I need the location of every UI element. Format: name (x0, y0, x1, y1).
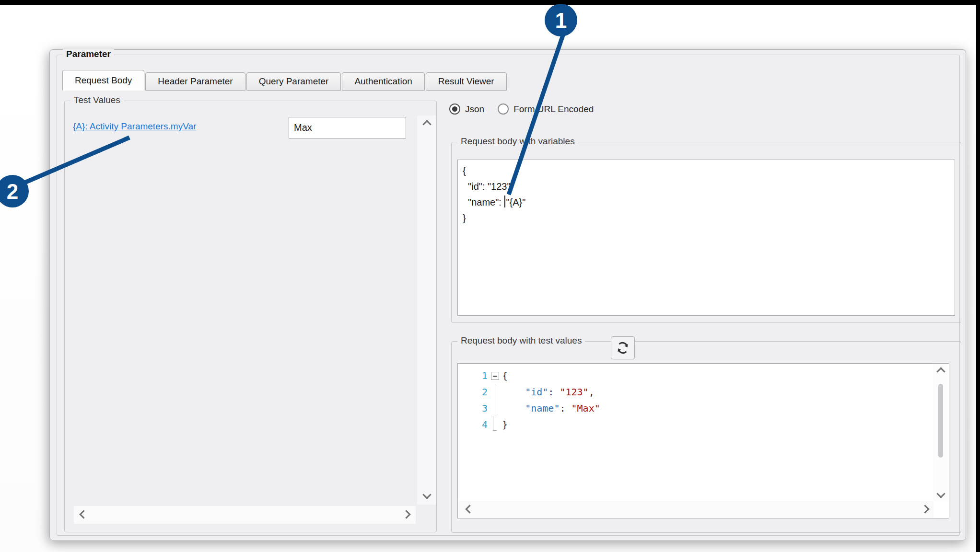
refresh-icon (615, 340, 630, 356)
code-indent (502, 402, 525, 414)
code-vertical-scrollbar[interactable] (933, 364, 949, 502)
request-body-variables-groupbox: Request body with variables { "id": "123… (451, 142, 961, 323)
test-values-groupbox: Test Values {A}: Activity Parameters.myV… (64, 101, 437, 532)
code-token: : (560, 402, 571, 414)
chevron-left-icon (79, 510, 88, 518)
callout-2-circle (0, 175, 29, 207)
code-line-2: 2 "id": "123", (458, 384, 933, 400)
code-scroll-right-button[interactable] (919, 506, 931, 512)
code-scroll-up-button[interactable] (933, 368, 949, 375)
chevron-left-icon (465, 505, 474, 513)
chevron-up-icon (422, 120, 431, 128)
code-token-value: "Max" (572, 402, 600, 414)
editor-line-text: "{A}" (506, 197, 525, 207)
code-horizontal-scrollbar[interactable] (458, 501, 933, 518)
tab-query-parameter[interactable]: Query Parameter (246, 72, 341, 91)
code-token: , (589, 386, 595, 398)
activity-parameter-variable-link[interactable]: {A}: Activity Parameters.myVar (73, 121, 196, 132)
callout-1-circle (545, 4, 577, 36)
test-values-label: Test Values (70, 95, 124, 105)
line-number: 4 (458, 419, 488, 430)
test-values-vertical-scrollbar[interactable] (417, 115, 436, 505)
scroll-right-button[interactable] (400, 511, 412, 518)
tab-request-body[interactable]: Request Body (62, 70, 144, 91)
form-url-encoded-radio-label[interactable]: Form URL Encoded (513, 104, 594, 115)
code-vertical-scroll-thumb[interactable] (938, 384, 943, 458)
chevron-right-icon (402, 510, 410, 518)
tab-result-viewer[interactable]: Result Viewer (426, 72, 507, 91)
request-body-test-values-label: Request body with test values (457, 335, 585, 346)
chevron-down-icon (422, 490, 431, 499)
editor-line: "name": "{A}" (463, 195, 950, 210)
line-number: 2 (458, 386, 488, 398)
body-format-radio-group: Json Form URL Encoded (449, 104, 602, 115)
fold-rail-end (493, 416, 497, 431)
line-number: 3 (458, 402, 488, 414)
parameter-tabstrip: Request Body Header Parameter Query Para… (62, 70, 507, 91)
code-indent (502, 386, 525, 398)
request-body-variables-label: Request body with variables (457, 136, 578, 147)
code-fold-collapse-icon[interactable] (491, 372, 499, 380)
chevron-right-icon (921, 505, 929, 513)
json-radio-label[interactable]: Json (465, 104, 484, 115)
parameter-groupbox-label: Parameter (63, 49, 114, 59)
form-url-encoded-radio-button[interactable] (498, 104, 509, 115)
scroll-left-button[interactable] (78, 511, 89, 518)
chevron-down-icon (936, 489, 945, 498)
test-values-horizontal-scrollbar[interactable] (74, 506, 416, 524)
callout-1-number: 1 (555, 9, 567, 32)
test-values-code-viewer[interactable]: 1 { 2 "id": "123", 3 "name": "Max" 4 (457, 363, 949, 518)
tab-header-parameter[interactable]: Header Parameter (145, 72, 245, 91)
tab-authentication[interactable]: Authentication (342, 72, 424, 91)
code-content: 1 { 2 "id": "123", 3 "name": "Max" 4 (458, 368, 933, 501)
request-body-test-values-groupbox: Request body with test values 1 { 2 (451, 341, 961, 533)
request-body-variables-editor[interactable]: { "id": "123", "name": "{A}" } (457, 160, 955, 316)
test-value-input[interactable] (289, 117, 406, 138)
code-scroll-down-button[interactable] (933, 491, 949, 497)
code-token: } (502, 419, 508, 430)
code-line-3: 3 "name": "Max" (458, 400, 933, 416)
chevron-up-icon (936, 367, 945, 376)
code-token-key: "id" (525, 386, 548, 398)
scroll-up-button[interactable] (417, 121, 436, 127)
editor-line: } (463, 210, 950, 226)
parameter-dialog: Parameter Request Body Header Parameter … (49, 49, 966, 540)
editor-line: { (463, 163, 950, 179)
top-black-border (0, 0, 980, 5)
code-scroll-left-button[interactable] (464, 506, 475, 512)
code-token: { (502, 370, 508, 381)
right-black-border (976, 0, 980, 552)
code-line-4: 4 } (458, 416, 933, 433)
editor-line-text: "name": (463, 197, 504, 207)
callout-2-number: 2 (7, 180, 18, 203)
code-token: : (548, 386, 560, 398)
fold-rail (495, 400, 495, 416)
refresh-button[interactable] (611, 336, 635, 359)
code-token-key: "name" (525, 402, 560, 414)
editor-line: "id": "123", (463, 179, 950, 195)
scroll-down-button[interactable] (417, 492, 436, 498)
json-radio-button[interactable] (449, 104, 460, 115)
fold-rail (495, 384, 495, 400)
code-line-1: 1 { (458, 368, 933, 384)
code-token-value: "123" (560, 386, 588, 398)
line-number: 1 (458, 370, 488, 381)
